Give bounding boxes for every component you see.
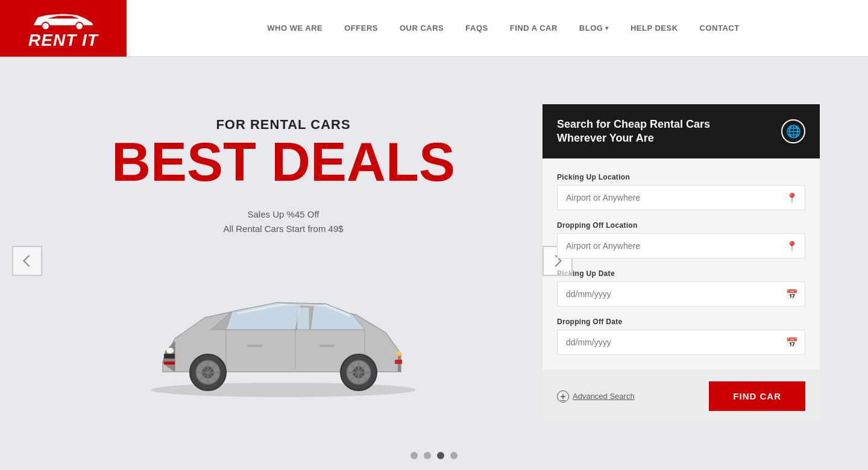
car-image: [127, 254, 440, 411]
pickup-date-input[interactable]: [557, 281, 805, 307]
search-body: Picking Up Location 📍 Dropping Off Locat…: [542, 158, 820, 369]
arrow-left-icon: [23, 255, 35, 267]
search-header: Search for Cheap Rental Cars Wherever Yo…: [542, 104, 820, 159]
search-footer: + Advanced Search FIND CAR: [542, 369, 820, 423]
svg-rect-10: [395, 360, 402, 364]
svg-rect-27: [319, 345, 335, 347]
dropoff-date-label: Dropping Off Date: [557, 318, 805, 326]
hero-description: Sales Up %45 Off All Rental Cars Start f…: [223, 207, 343, 236]
svg-point-9: [166, 348, 174, 354]
carousel-dot-4[interactable]: [450, 452, 458, 459]
nav-find-a-car[interactable]: FIND A CAR: [510, 24, 558, 33]
nav-contact[interactable]: CONTACT: [700, 24, 740, 33]
pickup-date-label: Picking Up Date: [557, 269, 805, 278]
nav-our-cars[interactable]: OUR CARS: [400, 24, 444, 33]
location-pin-icon-1: 📍: [786, 192, 798, 204]
svg-point-1: [75, 22, 83, 30]
advanced-search-link[interactable]: + Advanced Search: [557, 390, 635, 403]
carousel-dot-3[interactable]: [437, 452, 444, 459]
find-car-button[interactable]: FIND CAR: [709, 381, 805, 411]
logo[interactable]: RENT IT: [0, 0, 127, 57]
pickup-location-input[interactable]: [557, 185, 805, 210]
svg-rect-8: [164, 362, 175, 365]
carousel-arrow-left[interactable]: [12, 246, 42, 276]
blog-dropdown-arrow: ▾: [605, 25, 609, 31]
dropoff-location-group: Dropping Off Location 📍: [557, 221, 805, 258]
globe-icon: 🌐: [781, 119, 805, 143]
pickup-location-group: Picking Up Location 📍: [557, 173, 805, 210]
main-content: FOR RENTAL CARS BEST DEALS Sales Up %45 …: [0, 57, 868, 470]
calendar-icon-1: 📅: [786, 289, 798, 300]
carousel-dots: [410, 452, 458, 459]
car-illustration: [127, 266, 440, 399]
svg-point-0: [42, 22, 49, 30]
logo-text: RENT IT: [28, 32, 98, 49]
nav-blog[interactable]: BLOG ▾: [579, 24, 609, 33]
pickup-date-group: Picking Up Date 📅: [557, 269, 805, 307]
logo-car-icon: [24, 8, 102, 32]
nav-faqs[interactable]: FAQS: [465, 24, 488, 33]
svg-rect-3: [297, 307, 309, 330]
nav-help-desk[interactable]: HELP DESK: [631, 24, 678, 33]
carousel-dot-1[interactable]: [410, 452, 418, 459]
plus-icon: +: [557, 390, 569, 403]
hero-title: BEST DEALS: [112, 135, 455, 189]
dropoff-date-group: Dropping Off Date 📅: [557, 318, 805, 355]
hero-subtitle: FOR RENTAL CARS: [216, 117, 350, 133]
search-header-text: Search for Cheap Rental Cars Wherever Yo…: [557, 118, 762, 146]
search-panel: Search for Cheap Rental Cars Wherever Yo…: [542, 104, 820, 424]
nav-who-we-are[interactable]: WHO WE ARE: [267, 24, 322, 33]
svg-rect-7: [164, 354, 175, 359]
location-pin-icon-2: 📍: [786, 240, 798, 252]
dropoff-location-label: Dropping Off Location: [557, 221, 805, 230]
calendar-icon-2: 📅: [786, 337, 798, 348]
hero-section: FOR RENTAL CARS BEST DEALS Sales Up %45 …: [48, 117, 518, 411]
nav-offers[interactable]: OFFERS: [344, 24, 378, 33]
main-nav: WHO WE ARE OFFERS OUR CARS FAQS FIND A C…: [163, 24, 844, 33]
svg-rect-26: [247, 345, 262, 347]
dropoff-date-input[interactable]: [557, 330, 805, 355]
dropoff-location-input[interactable]: [557, 233, 805, 258]
carousel-dot-2[interactable]: [424, 452, 431, 459]
header: RENT IT WHO WE ARE OFFERS OUR CARS FAQS …: [0, 0, 868, 57]
pickup-location-label: Picking Up Location: [557, 173, 805, 181]
svg-point-2: [151, 383, 416, 397]
svg-point-11: [396, 351, 402, 356]
